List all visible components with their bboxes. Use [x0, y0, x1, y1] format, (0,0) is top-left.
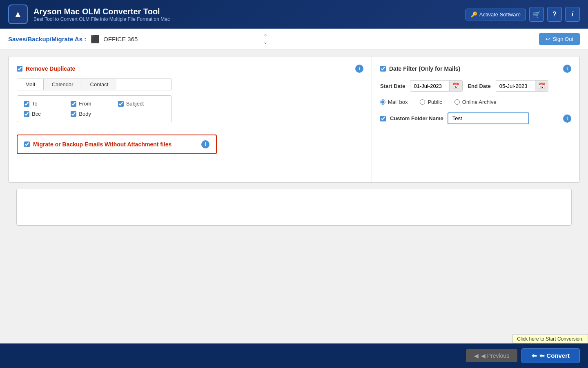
- header-right: 🔑 Activate Software 🛒 ? i: [466, 7, 580, 22]
- info-icon: i: [572, 11, 573, 18]
- checkbox-from[interactable]: From: [71, 101, 118, 107]
- radio-public[interactable]: Public: [420, 99, 442, 105]
- footer: ◀ ◀ Previous ⬅ ⬅ Convert: [0, 343, 588, 368]
- activate-software-button[interactable]: 🔑 Activate Software: [466, 9, 526, 20]
- date-filter-info-icon[interactable]: i: [563, 65, 571, 73]
- end-date-label: End Date: [468, 83, 490, 89]
- start-date-input-wrap: 📅: [410, 80, 463, 92]
- start-date-label: Start Date: [380, 83, 405, 89]
- field-checkboxes: To From Subject Bcc Body: [17, 95, 172, 122]
- options-panel: Remove Duplicate i Mail Calendar Contact…: [8, 56, 580, 183]
- previous-arrow-icon: ◀: [474, 352, 479, 359]
- header-title: Aryson Mac OLM Converter Tool Best Tool …: [33, 7, 170, 22]
- left-panel: Remove Duplicate i Mail Calendar Contact…: [9, 56, 372, 182]
- custom-folder-row: Custom Folder Name i: [380, 112, 571, 124]
- tab-calendar[interactable]: Calendar: [44, 79, 82, 90]
- cart-button[interactable]: 🛒: [529, 7, 544, 22]
- header: ▲ Aryson Mac OLM Converter Tool Best Too…: [0, 0, 588, 29]
- migrate-checkbox[interactable]: [24, 141, 30, 147]
- format-label: OFFICE 365: [103, 36, 138, 43]
- custom-folder-label: Custom Folder Name: [390, 115, 443, 121]
- start-date-calendar-button[interactable]: 📅: [449, 81, 462, 91]
- toolbar-left: Saves/Backup/Migrate As : ⬛ OFFICE 365 ⌃…: [8, 34, 267, 45]
- cart-icon: 🛒: [532, 11, 541, 18]
- convert-icon: ⬅: [532, 352, 537, 359]
- end-date-input[interactable]: [496, 81, 535, 91]
- checkbox-subject[interactable]: Subject: [118, 101, 165, 107]
- sign-out-icon: ↩: [546, 36, 550, 42]
- date-filter-checkbox[interactable]: [380, 66, 386, 72]
- sign-out-button[interactable]: ↩ Sign Out: [539, 33, 580, 45]
- remove-duplicate-checkbox[interactable]: [17, 66, 22, 72]
- app-title: Aryson Mac OLM Converter Tool: [33, 7, 170, 16]
- app-subtitle: Best Tool to Convert OLM File into Multi…: [33, 16, 170, 22]
- help-button[interactable]: ?: [547, 7, 562, 22]
- custom-folder-input[interactable]: [448, 112, 529, 124]
- migrate-box: Migrate or Backup Emails Without Attachm…: [17, 135, 217, 154]
- end-date-calendar-button[interactable]: 📅: [535, 81, 548, 91]
- start-date-input[interactable]: [410, 81, 449, 91]
- dropdown-arrow-icon: ⌃⌄: [263, 34, 267, 45]
- mailbox-type-row: Mail box Public Online Archive: [380, 99, 571, 105]
- format-selector[interactable]: ⬛ OFFICE 365 ⌃⌄: [90, 34, 267, 45]
- previous-button: ◀ ◀ Previous: [466, 349, 517, 362]
- toolbar: Saves/Backup/Migrate As : ⬛ OFFICE 365 ⌃…: [0, 29, 588, 50]
- remove-duplicate-row: Remove Duplicate i: [17, 65, 363, 73]
- checkbox-bcc[interactable]: Bcc: [24, 111, 71, 117]
- date-filter-row: Date Filter (Only for Mails) i: [380, 65, 571, 73]
- radio-mailbox[interactable]: Mail box: [380, 99, 408, 105]
- checkbox-to[interactable]: To: [24, 101, 71, 107]
- toolbar-label: Saves/Backup/Migrate As :: [8, 36, 86, 43]
- end-date-input-wrap: 📅: [496, 80, 548, 92]
- migrate-label: Migrate or Backup Emails Without Attachm…: [33, 141, 172, 148]
- info-button[interactable]: i: [565, 7, 580, 22]
- tooltip-text: Click here to Start Conversion.: [517, 336, 584, 342]
- help-icon: ?: [552, 11, 557, 18]
- remove-duplicate-info-icon[interactable]: i: [355, 65, 363, 73]
- migrate-info-icon[interactable]: i: [201, 140, 209, 148]
- key-icon: 🔑: [471, 11, 477, 18]
- office365-icon: ⬛: [90, 34, 100, 44]
- convert-button[interactable]: ⬅ ⬅ Convert: [521, 348, 580, 363]
- radio-online-archive[interactable]: Online Archive: [454, 99, 497, 105]
- tab-mail[interactable]: Mail: [17, 79, 44, 90]
- date-range-row: Start Date 📅 End Date 📅: [380, 80, 571, 92]
- tooltip-bar: Click here to Start Conversion.: [512, 334, 588, 343]
- main-content: Remove Duplicate i Mail Calendar Contact…: [0, 50, 588, 232]
- right-panel: Date Filter (Only for Mails) i Start Dat…: [372, 56, 579, 182]
- log-area: [16, 189, 572, 226]
- logo-icon: ▲: [8, 4, 28, 24]
- header-left: ▲ Aryson Mac OLM Converter Tool Best Too…: [8, 4, 170, 24]
- custom-folder-info-icon[interactable]: i: [563, 114, 571, 123]
- custom-folder-checkbox[interactable]: [380, 116, 386, 121]
- checkbox-body[interactable]: Body: [71, 111, 118, 117]
- tab-contact[interactable]: Contact: [82, 79, 117, 90]
- date-filter-label: Date Filter (Only for Mails): [389, 65, 460, 72]
- remove-duplicate-label: Remove Duplicate: [26, 65, 75, 72]
- mail-tabs: Mail Calendar Contact: [17, 79, 172, 90]
